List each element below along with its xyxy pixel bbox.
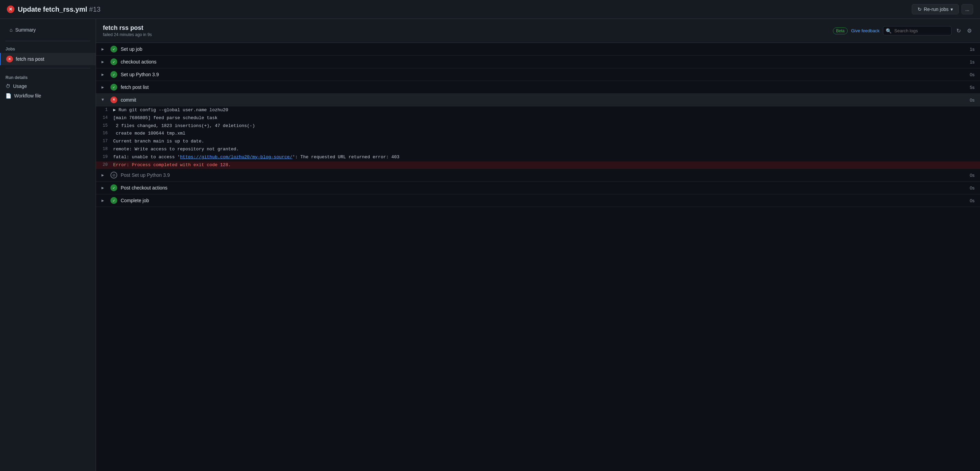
step-duration-set-up-python: 0s [970, 72, 975, 77]
log-line: 14[main 7686805] feed parse schedule tas… [96, 114, 980, 122]
sidebar-summary-label: Summary [15, 27, 36, 33]
more-options-button[interactable]: ... [961, 4, 973, 14]
clock-icon: ⏱ [5, 83, 10, 89]
top-header: Update fetch_rss.yml #13 ↻ Re-run jobs ▾… [0, 0, 980, 19]
job-subtitle: failed 24 minutes ago in 9s [103, 32, 152, 37]
search-logs-wrapper: 🔍 [883, 26, 951, 35]
step-duration-fetch-post-list: 5s [970, 85, 975, 90]
sidebar-job-item-fetch-rss-post[interactable]: fetch rss post [0, 53, 95, 65]
chevron-icon-set-up-python: ▶ [102, 72, 107, 77]
jobs-section-label: Jobs [0, 44, 95, 53]
chevron-icon-commit: ▼ [102, 97, 107, 102]
log-line-content: Current branch main is up to date. [113, 138, 204, 145]
log-line-number: 20 [96, 162, 113, 168]
step-duration-set-up-job: 1s [970, 47, 975, 52]
run-details-label: Run details [0, 71, 95, 81]
success-icon-complete-job [110, 197, 117, 204]
step-row-checkout-actions[interactable]: ▶checkout actions1s [96, 56, 980, 68]
chevron-icon-post-set-up-python: ▶ [102, 173, 107, 178]
step-name-set-up-python: Set up Python 3.9 [121, 72, 966, 77]
search-logs-input[interactable] [883, 26, 951, 35]
log-line: 20Error: Process completed with exit cod… [96, 161, 980, 169]
step-duration-post-checkout-actions: 0s [970, 185, 975, 190]
chevron-icon-set-up-job: ▶ [102, 47, 107, 52]
log-line-number: 18 [96, 146, 113, 152]
success-icon-checkout-actions [110, 58, 117, 65]
log-line: 15 2 files changed, 1823 insertions(+), … [96, 122, 980, 130]
workflow-name: Update fetch_rss.yml [18, 5, 87, 13]
header-left: Update fetch_rss.yml #13 [7, 5, 100, 13]
log-line: 19fatal: unable to access 'https://githu… [96, 153, 980, 161]
usage-label: Usage [13, 83, 27, 89]
log-line-content: [main 7686805] feed parse schedule task [113, 115, 217, 122]
step-row-set-up-python[interactable]: ▶Set up Python 3.90s [96, 68, 980, 81]
log-line-content: remote: Write access to repository not g… [113, 146, 239, 153]
beta-badge: Beta [833, 27, 848, 34]
chevron-icon-checkout-actions: ▶ [102, 59, 107, 65]
step-duration-post-set-up-python: 0s [970, 173, 975, 178]
step-name-checkout-actions: checkout actions [121, 59, 966, 65]
workflow-error-icon [7, 5, 14, 13]
sidebar-divider-1 [5, 41, 90, 41]
error-icon-commit [110, 96, 117, 103]
log-line-content: create mode 100644 tmp.xml [113, 130, 186, 137]
step-duration-commit: 0s [970, 97, 975, 103]
home-icon: ⌂ [10, 27, 12, 33]
chevron-icon-post-checkout-actions: ▶ [102, 185, 107, 190]
page-title: Update fetch_rss.yml #13 [18, 5, 100, 13]
sidebar-summary-link[interactable]: ⌂ Summary [5, 24, 90, 35]
header-right: ↻ Re-run jobs ▾ ... [912, 4, 973, 14]
step-name-commit: commit [121, 97, 966, 103]
step-name-fetch-post-list: fetch post list [121, 85, 966, 90]
log-line-content: fatal: unable to access 'https://github.… [113, 154, 399, 161]
log-line: 1▶ Run git config --global user.name loz… [96, 106, 980, 114]
log-line-content: 2 files changed, 1823 insertions(+), 47 … [113, 123, 255, 130]
log-area: ▶Set up job1s▶checkout actions1s▶Set up … [96, 43, 980, 471]
sidebar-workflow-file-link[interactable]: 📄 Workflow file [0, 91, 95, 101]
step-row-post-checkout-actions[interactable]: ▶Post checkout actions0s [96, 182, 980, 194]
sidebar-job-label: fetch rss post [16, 56, 44, 62]
refresh-icon: ↻ [918, 6, 922, 12]
search-icon: 🔍 [886, 28, 891, 34]
log-line: 16 create mode 100644 tmp.xml [96, 130, 980, 138]
workflow-file-label: Workflow file [14, 93, 41, 99]
log-line-content: ▶ Run git config --global user.name lozh… [113, 107, 228, 114]
refresh-logs-button[interactable]: ↻ [955, 26, 962, 35]
chevron-icon-fetch-post-list: ▶ [102, 85, 107, 90]
sidebar-summary-section: ⌂ Summary [0, 24, 95, 35]
sidebar: ⌂ Summary Jobs fetch rss post Run detail… [0, 19, 96, 471]
log-line-number: 19 [96, 154, 113, 160]
skipped-icon-post-set-up-python [110, 172, 117, 179]
log-line-number: 14 [96, 115, 113, 121]
job-header-left: fetch rss post failed 24 minutes ago in … [103, 24, 152, 37]
step-name-post-checkout-actions: Post checkout actions [121, 185, 966, 190]
step-row-fetch-post-list[interactable]: ▶fetch post list5s [96, 81, 980, 94]
step-name-post-set-up-python: Post Set up Python 3.9 [121, 172, 966, 178]
step-duration-complete-job: 0s [970, 198, 975, 203]
step-row-commit[interactable]: ▼commit0s [96, 94, 980, 106]
log-line: 17Current branch main is up to date. [96, 138, 980, 145]
job-header: fetch rss post failed 24 minutes ago in … [96, 19, 980, 43]
log-line-number: 16 [96, 130, 113, 137]
log-line-link[interactable]: https://github.com/lozhu20/my-blog-sourc… [180, 155, 293, 160]
main-content: fetch rss post failed 24 minutes ago in … [96, 19, 980, 471]
step-row-complete-job[interactable]: ▶Complete job0s [96, 194, 980, 207]
give-feedback-link[interactable]: Give feedback [851, 28, 880, 33]
file-icon: 📄 [5, 93, 11, 99]
step-name-complete-job: Complete job [121, 198, 966, 203]
step-row-post-set-up-python[interactable]: ▶Post Set up Python 3.90s [96, 169, 980, 182]
steps-container: ▶Set up job1s▶checkout actions1s▶Set up … [96, 43, 980, 207]
success-icon-fetch-post-list [110, 84, 117, 91]
step-name-set-up-job: Set up job [121, 46, 966, 52]
main-layout: ⌂ Summary Jobs fetch rss post Run detail… [0, 19, 980, 471]
success-icon-set-up-python [110, 71, 117, 78]
success-icon-post-checkout-actions [110, 184, 117, 191]
pr-number: #13 [89, 5, 100, 13]
settings-button[interactable]: ⚙ [966, 26, 973, 35]
rerun-jobs-button[interactable]: ↻ Re-run jobs ▾ [912, 4, 959, 14]
step-row-set-up-job[interactable]: ▶Set up job1s [96, 43, 980, 56]
step-duration-checkout-actions: 1s [970, 59, 975, 65]
sidebar-usage-link[interactable]: ⏱ Usage [0, 81, 95, 91]
log-line-number: 1 [96, 107, 113, 113]
log-line-content: Error: Process completed with exit code … [113, 162, 231, 169]
